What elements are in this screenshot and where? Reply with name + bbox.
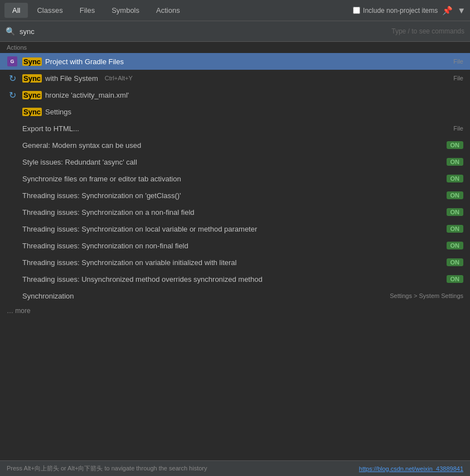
filter-icon[interactable]: ▼ — [457, 6, 466, 15]
item-text: Threading issues: Synchronization on 'ge… — [22, 191, 447, 200]
item-text: General: Modern syntax can be used — [22, 141, 447, 150]
tab-classes[interactable]: Classes — [29, 3, 70, 18]
list-item[interactable]: Threading issues: Unsynchronized method … — [0, 271, 470, 287]
pin-icon[interactable]: 📌 — [442, 6, 453, 16]
item-text: Sync with File System Ctrl+Alt+Y — [22, 74, 453, 83]
section-label: Actions — [0, 42, 470, 53]
list-item[interactable]: G Sync Project with Gradle Files File — [0, 53, 470, 70]
tab-symbols[interactable]: Symbols — [104, 3, 147, 18]
status-right-link[interactable]: https://blog.csdn.net/weixin_43889841 — [359, 465, 463, 472]
tab-bar: All Classes Files Symbols Actions Includ… — [0, 0, 470, 21]
tab-files[interactable]: Files — [72, 3, 103, 18]
on-badge: ON — [447, 242, 464, 249]
on-badge: ON — [447, 258, 464, 266]
item-badge: File — [453, 75, 463, 81]
tab-actions[interactable]: Actions — [148, 3, 188, 18]
search-bar: 🔍 Type / to see commands — [0, 21, 470, 42]
item-text: Synchronization — [22, 292, 390, 300]
item-text: Synchronize files on frame or editor tab… — [22, 175, 447, 183]
refresh-icon: ↻ — [7, 73, 18, 84]
item-text: Threading issues: Unsynchronized method … — [22, 275, 447, 283]
list-item[interactable]: Threading issues: Synchronization on var… — [0, 254, 470, 271]
on-badge: ON — [447, 225, 464, 233]
item-text: Sync Settings — [22, 108, 463, 116]
list-item[interactable]: ↻ Sync with File System Ctrl+Alt+Y File — [0, 70, 470, 86]
list-item[interactable]: Threading issues: Synchronization on non… — [0, 237, 470, 254]
item-text: Export to HTML... — [22, 124, 453, 133]
list-item[interactable]: Synchronize files on frame or editor tab… — [0, 170, 470, 187]
item-text: Threading issues: Synchronization on var… — [22, 258, 447, 267]
item-badge: File — [453, 58, 463, 65]
settings-badge: Settings > System Settings — [390, 292, 463, 299]
list-item[interactable]: Synchronization Settings > System Settin… — [0, 287, 470, 304]
item-text: Threading issues: Synchronization on loc… — [22, 225, 447, 233]
item-text: Threading issues: Synchronization on a n… — [22, 208, 447, 217]
on-badge: ON — [447, 275, 464, 283]
on-badge: ON — [447, 208, 464, 216]
item-text: Sync Project with Gradle Files — [22, 57, 453, 66]
status-left: Press Alt+向上箭头 or Alt+向下箭头 to navigate t… — [7, 464, 207, 473]
refresh-icon: ↻ — [7, 89, 18, 100]
more-link[interactable]: … more — [0, 304, 470, 318]
on-badge: ON — [447, 191, 464, 199]
search-icon: 🔍 — [6, 27, 15, 36]
item-text: Threading issues: Synchronization on non… — [22, 242, 447, 250]
include-label[interactable]: Include non-project items — [353, 7, 438, 15]
item-text: Style issues: Redundant 'async' call — [22, 158, 447, 166]
item-text: Synchronize 'activity_main.xml' — [22, 91, 463, 99]
tab-all[interactable]: All — [4, 3, 28, 18]
list-item[interactable]: Threading issues: Synchronization on 'ge… — [0, 187, 470, 204]
list-item[interactable]: Threading issues: Synchronization on a n… — [0, 204, 470, 220]
gradle-icon: G — [7, 56, 18, 67]
search-input[interactable] — [20, 27, 391, 36]
list-item[interactable]: Sync Settings — [0, 103, 470, 120]
on-badge: ON — [447, 175, 464, 182]
on-badge: ON — [447, 141, 464, 149]
list-item[interactable]: Style issues: Redundant 'async' call ON — [0, 153, 470, 170]
results-list: G Sync Project with Gradle Files File ↻ … — [0, 53, 470, 304]
list-item[interactable]: General: Modern syntax can be used ON — [0, 137, 470, 153]
status-bar: Press Alt+向上箭头 or Alt+向下箭头 to navigate t… — [0, 460, 470, 476]
list-item[interactable]: Threading issues: Synchronization on loc… — [0, 220, 470, 237]
list-item[interactable]: Export to HTML... File — [0, 120, 470, 137]
include-checkbox[interactable] — [353, 7, 360, 14]
list-item[interactable]: ↻ Synchronize 'activity_main.xml' — [0, 86, 470, 103]
search-hint: Type / to see commands — [391, 27, 464, 35]
on-badge: ON — [447, 158, 464, 166]
item-badge: File — [453, 125, 463, 132]
